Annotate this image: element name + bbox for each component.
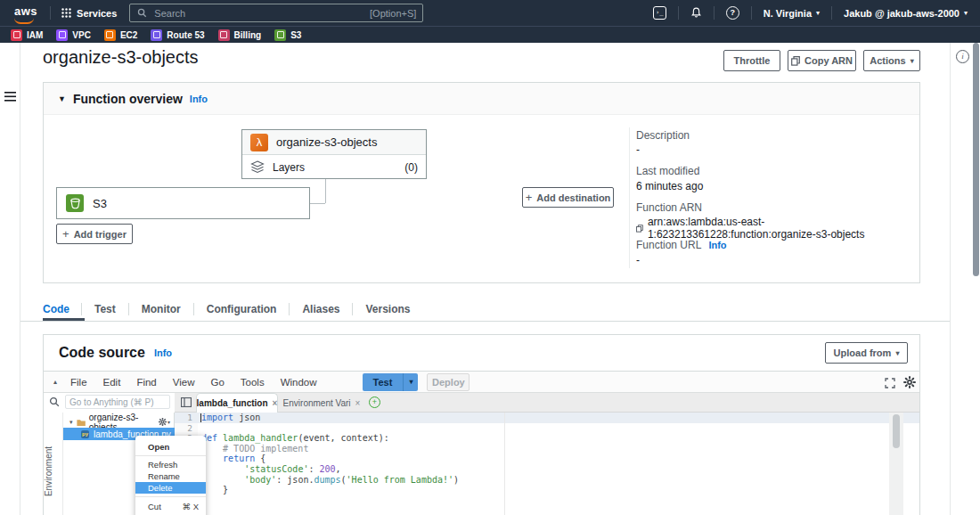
test-split-button[interactable]: Test ▾ xyxy=(363,373,419,391)
s3-trigger-node[interactable]: S3 xyxy=(56,187,310,219)
menu-view[interactable]: View xyxy=(165,377,203,388)
tab-configuration[interactable]: Configuration xyxy=(194,303,290,315)
layers-count: (0) xyxy=(404,161,418,174)
chevron-down-icon: ▾ xyxy=(167,419,170,425)
ec2-icon xyxy=(104,29,116,41)
editor-tab-label: lambda_function xyxy=(197,398,268,408)
function-overview-header[interactable]: ▼ Function overview Info xyxy=(44,83,919,115)
connector-line xyxy=(325,179,326,203)
menu-window[interactable]: Window xyxy=(273,377,325,388)
menu-go[interactable]: Go xyxy=(202,377,232,388)
notifications-bell-icon[interactable] xyxy=(690,7,702,19)
menu-find[interactable]: Find xyxy=(128,377,164,388)
context-menu-refresh[interactable]: Refresh xyxy=(135,459,206,470)
cloudshell-icon[interactable]: ›_ xyxy=(653,6,666,20)
region-selector[interactable]: N. Virginia ▾ xyxy=(764,8,820,19)
aws-logo[interactable]: aws xyxy=(14,3,37,24)
hamburger-menu-icon[interactable] xyxy=(4,92,16,102)
divider xyxy=(135,496,206,497)
test-dropdown[interactable]: ▾ xyxy=(403,373,418,391)
services-label: Services xyxy=(77,8,117,19)
favorite-vpc[interactable]: VPC xyxy=(56,29,91,41)
menu-edit[interactable]: Edit xyxy=(95,377,129,388)
plus-icon: + xyxy=(526,191,533,204)
fullscreen-icon[interactable] xyxy=(885,378,895,388)
copy-icon[interactable] xyxy=(636,224,643,233)
function-url-value: - xyxy=(636,254,640,266)
cut-shortcut: ⌘ X xyxy=(183,501,206,512)
upload-from-button[interactable]: Upload from ▾ xyxy=(825,342,908,364)
editor-scrollbar[interactable] xyxy=(889,413,903,515)
code-token: : xyxy=(308,464,319,474)
copy-arn-label: Copy ARN xyxy=(804,55,853,66)
actions-button[interactable]: Actions ▾ xyxy=(863,50,920,71)
deploy-button[interactable]: Deploy xyxy=(427,373,470,391)
tab-test[interactable]: Test xyxy=(82,303,128,315)
code-line xyxy=(201,423,459,434)
favorite-label: Billing xyxy=(234,30,262,40)
close-icon[interactable]: × xyxy=(355,398,361,408)
collapse-triangle-icon[interactable]: ▼ xyxy=(58,94,66,103)
tab-versions[interactable]: Versions xyxy=(353,303,422,315)
tab-monitor[interactable]: Monitor xyxy=(129,303,193,315)
info-link[interactable]: Info xyxy=(190,94,208,104)
toggle-sidebar-icon[interactable] xyxy=(181,397,192,407)
global-search[interactable]: [Option+S] xyxy=(129,4,423,22)
lambda-function-node[interactable]: λ organize-s3-objects Layers (0) xyxy=(241,129,427,179)
favorite-route53[interactable]: Route 53 xyxy=(151,29,204,41)
goto-anything-input[interactable] xyxy=(65,395,170,409)
add-destination-button[interactable]: + Add destination xyxy=(522,187,614,208)
account-menu[interactable]: Jakub @ jakub-aws-2000 ▾ xyxy=(844,8,968,19)
search-input[interactable] xyxy=(152,7,370,20)
page-scrollbar[interactable] xyxy=(973,43,979,276)
code-token: import xyxy=(201,413,233,422)
top-nav: aws Services [Option+S] ›_ ? xyxy=(0,0,980,26)
favorite-s3[interactable]: S3 xyxy=(274,29,301,41)
throttle-button[interactable]: Throttle xyxy=(723,50,780,71)
code-line: return { xyxy=(201,454,459,464)
tab-aliases[interactable]: Aliases xyxy=(290,303,352,315)
layers-row[interactable]: Layers (0) xyxy=(242,155,426,179)
tree-expand-icon[interactable]: ▾ xyxy=(69,419,73,426)
context-menu-delete[interactable]: Delete xyxy=(135,482,206,494)
favorite-ec2[interactable]: EC2 xyxy=(104,29,137,41)
plus-icon: + xyxy=(62,227,69,241)
context-menu-cut[interactable]: Cut ⌘ X xyxy=(135,500,206,513)
info-panel-icon[interactable]: i xyxy=(956,50,969,63)
copy-arn-button[interactable]: Copy ARN xyxy=(788,50,856,71)
editor-scrollbar-thumb[interactable] xyxy=(893,414,900,448)
info-link[interactable]: Info xyxy=(708,240,726,250)
new-tab-plus-icon[interactable]: + xyxy=(369,396,380,408)
s3-icon xyxy=(274,29,286,41)
tab-code[interactable]: Code xyxy=(43,303,81,315)
code-token: 'body' xyxy=(244,475,276,485)
context-menu-rename[interactable]: Rename xyxy=(135,470,206,482)
favorite-iam[interactable]: IAM xyxy=(11,29,43,41)
code-editor[interactable]: 1 2 3 4 5 6 7 8 import json def lambda_h… xyxy=(175,413,919,515)
tree-folder-row[interactable]: ▾ organize-s3-objects xyxy=(63,416,175,428)
vpc-icon xyxy=(56,29,68,41)
menu-tools[interactable]: Tools xyxy=(233,377,273,388)
editor-tab-lambda-function[interactable]: lambda_function × xyxy=(196,393,278,413)
add-trigger-button[interactable]: + Add trigger xyxy=(56,224,133,244)
settings-gear-icon[interactable] xyxy=(903,376,916,388)
aws-logo-swoosh xyxy=(14,18,34,24)
layers-label: Layers xyxy=(273,161,305,174)
help-icon[interactable]: ? xyxy=(726,6,739,20)
context-menu-open[interactable]: Open xyxy=(135,440,206,453)
cut-label: Cut xyxy=(148,501,161,512)
folder-settings[interactable]: ▾ xyxy=(159,418,175,426)
favorite-label: IAM xyxy=(27,30,43,40)
s3-bucket-icon xyxy=(66,194,84,212)
actions-label: Actions xyxy=(870,55,905,66)
code-token: 200 xyxy=(319,464,335,474)
services-menu-button[interactable]: Services xyxy=(61,8,117,19)
close-icon[interactable]: × xyxy=(273,398,278,408)
add-trigger-label: Add trigger xyxy=(74,229,127,240)
menu-file[interactable]: File xyxy=(62,377,95,388)
collapse-up-icon[interactable]: ▴ xyxy=(44,378,62,386)
favorite-billing[interactable]: Billing xyxy=(218,29,262,41)
search-icon xyxy=(137,8,147,18)
editor-tab-environment-var[interactable]: Environment Vari × xyxy=(282,393,362,413)
info-link[interactable]: Info xyxy=(154,347,172,358)
